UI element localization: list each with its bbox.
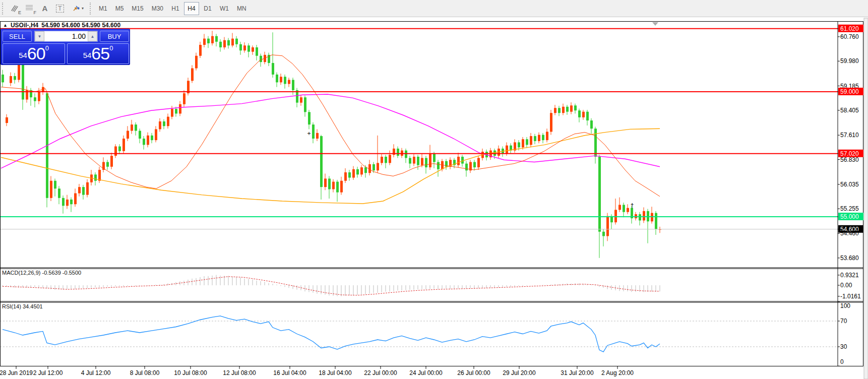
svg-text:0.9321: 0.9321 — [840, 272, 859, 279]
timeframe-button-H4[interactable]: H4 — [184, 2, 199, 15]
chevron-down-icon: ▾ — [82, 6, 84, 11]
volume-increase-button[interactable]: ▲ — [88, 31, 97, 41]
letter-a-icon: A — [42, 4, 48, 13]
toolbar-drag-handle[interactable] — [2, 3, 5, 15]
svg-text:30: 30 — [840, 343, 847, 350]
symbol-period-label: USOil-,H4 — [11, 22, 38, 29]
timeframe-button-M1[interactable]: M1 — [95, 2, 111, 15]
grid-dots-icon — [25, 5, 34, 13]
textbox-t-tool-icon[interactable]: T — [52, 2, 68, 16]
timeframe-button-W1[interactable]: W1 — [216, 2, 232, 15]
toolbar: E F A T ▾ M1M5M15M30H1H4D1W1MN — [0, 0, 868, 17]
svg-text:28 Jun 2019: 28 Jun 2019 — [0, 369, 33, 376]
svg-text:58.405: 58.405 — [840, 107, 859, 114]
timeframe-button-M15[interactable]: M15 — [128, 2, 147, 15]
letter-t-box-icon: T — [56, 5, 64, 13]
svg-text:16 Jul 04:00: 16 Jul 04:00 — [273, 369, 306, 376]
macd-values-label: -0.5639 -0.5500 — [42, 270, 81, 276]
sell-price-sup: 0 — [45, 45, 49, 51]
volume-input[interactable] — [44, 31, 88, 41]
svg-text:10 Jul 08:00: 10 Jul 08:00 — [174, 369, 207, 376]
svg-text:2 Jul 12:00: 2 Jul 12:00 — [33, 369, 63, 376]
svg-text:29 Jul 20:00: 29 Jul 20:00 — [503, 369, 536, 376]
arrows-tool-icon[interactable]: ▾ — [68, 2, 88, 16]
svg-text:22 Jul 00:00: 22 Jul 00:00 — [364, 369, 397, 376]
chart-text-marker[interactable]: † — [631, 202, 634, 209]
buy-price-display[interactable]: 54 65 0 — [67, 43, 129, 64]
rsi-value-label: 34.4501 — [23, 303, 43, 309]
svg-text:54.460: 54.460 — [840, 230, 859, 237]
collapse-triangle-icon[interactable]: ▲ — [3, 23, 8, 28]
svg-text:57.610: 57.610 — [840, 132, 859, 139]
volume-decrease-button[interactable]: ▼ — [35, 31, 44, 41]
sell-price-big: 60 — [27, 45, 45, 62]
svg-text:18 Jul 04:00: 18 Jul 04:00 — [319, 369, 352, 376]
tool-sub-label: F — [34, 10, 37, 15]
svg-text:4 Jul 12:00: 4 Jul 12:00 — [81, 369, 111, 376]
svg-text:53.680: 53.680 — [840, 255, 859, 262]
timeframe-group: M1M5M15M30H1H4D1W1MN — [95, 2, 251, 15]
rsi-header: RSI(14) 34.4501 — [2, 303, 43, 309]
svg-text:2 Aug 20:00: 2 Aug 20:00 — [601, 369, 634, 376]
volume-spinner: ▼ ▲ — [34, 31, 98, 42]
chart-canvas[interactable]: +†61.02060.76059.98059.18559.00058.40557… — [0, 0, 868, 379]
svg-text:31 Jul 20:00: 31 Jul 20:00 — [561, 369, 594, 376]
grid-tool-f-icon[interactable]: F — [22, 2, 37, 16]
buy-price-small: 54 — [83, 49, 92, 62]
one-click-trade-panel: SELL ▼ ▲ BUY 54 60 0 54 65 0 — [1, 29, 130, 65]
svg-text:12 Jul 08:00: 12 Jul 08:00 — [223, 369, 256, 376]
svg-text:55.000: 55.000 — [840, 213, 859, 220]
svg-text:70: 70 — [840, 318, 847, 325]
arrow-objects-icon — [72, 5, 82, 13]
svg-text:26 Jul 00:00: 26 Jul 00:00 — [457, 369, 490, 376]
window-right-frame — [864, 18, 868, 379]
svg-text:60.760: 60.760 — [840, 33, 859, 40]
timeframe-button-D1[interactable]: D1 — [200, 2, 215, 15]
sell-price-display[interactable]: 54 60 0 — [3, 43, 65, 64]
chart-window-title: ▲ USOil-,H4 54.590 54.600 54.590 54.600 — [3, 22, 120, 29]
svg-text:61.020: 61.020 — [840, 25, 859, 32]
buy-price-big: 65 — [91, 45, 109, 62]
timeframe-button-M5[interactable]: M5 — [112, 2, 128, 15]
svg-text:0: 0 — [840, 358, 844, 365]
svg-text:59.000: 59.000 — [840, 88, 859, 95]
timeframe-button-H1[interactable]: H1 — [168, 2, 183, 15]
svg-text:59.980: 59.980 — [840, 57, 859, 65]
ohlc-readout: 54.590 54.600 54.590 54.600 — [41, 22, 120, 29]
svg-text:0.00: 0.00 — [840, 282, 852, 289]
svg-text:56.035: 56.035 — [840, 181, 859, 188]
svg-text:-1.0161: -1.0161 — [840, 293, 861, 300]
sell-button[interactable]: SELL — [3, 31, 32, 42]
rsi-name-label: RSI(14) — [2, 303, 21, 309]
sell-price-small: 54 — [19, 49, 27, 62]
timeframe-button-M30[interactable]: M30 — [148, 2, 167, 15]
chart-text-marker[interactable]: + — [307, 130, 311, 137]
svg-text:100: 100 — [840, 302, 850, 309]
macd-name-label: MACD(12,26,9) — [2, 270, 40, 276]
svg-text:55.255: 55.255 — [840, 205, 859, 212]
toolbar-drag-handle[interactable] — [90, 3, 93, 15]
svg-text:56.830: 56.830 — [840, 156, 859, 163]
macd-header: MACD(12,26,9) -0.5639 -0.5500 — [2, 270, 81, 276]
trade-panel-top-row: SELL ▼ ▲ BUY — [1, 30, 130, 42]
svg-text:8 Jul 08:00: 8 Jul 08:00 — [130, 369, 160, 376]
tool-sub-label: E — [18, 10, 21, 15]
pattern-tool-e-icon[interactable]: E — [7, 2, 22, 16]
buy-button[interactable]: BUY — [100, 31, 129, 42]
svg-text:24 Jul 00:00: 24 Jul 00:00 — [409, 369, 443, 376]
text-a-tool-icon[interactable]: A — [37, 2, 52, 16]
buy-price-sup: 0 — [109, 45, 113, 51]
price-axis[interactable] — [838, 21, 863, 366]
timeframe-button-MN[interactable]: MN — [233, 2, 250, 15]
